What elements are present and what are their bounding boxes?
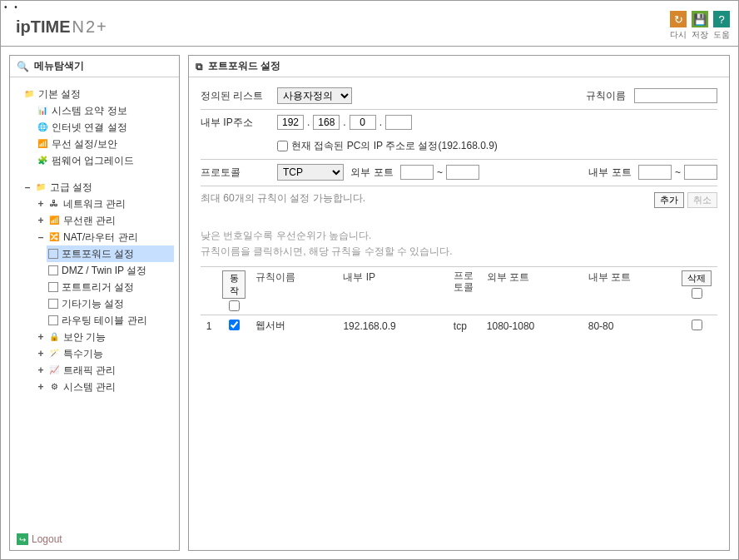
max-rules-hint: 최대 60개의 규칙이 설정 가능합니다.: [201, 191, 365, 206]
refresh-button[interactable]: ↻ 다시: [670, 11, 687, 41]
row-active-checkbox[interactable]: [229, 320, 240, 330]
row-rule-name[interactable]: 웹서버: [255, 320, 285, 331]
col-intip: 내부 IP: [338, 267, 448, 315]
ip-octet-2[interactable]: [313, 115, 340, 130]
rules-table: 동작 규칙이름 내부 IP 프로토콜 외부 포트 내부 포트: [201, 266, 717, 336]
copy-icon: ⧉: [196, 61, 203, 72]
nav-traffic[interactable]: 트래픽 관리: [63, 362, 116, 379]
intport-label: 내부 포트: [585, 166, 635, 180]
predef-label: 정의된 리스트: [201, 89, 277, 103]
main-header: ⧉ 포트포워드 설정: [189, 56, 729, 77]
chip-icon: 🧩: [37, 155, 48, 166]
nav-sysinfo[interactable]: 시스템 요약 정보: [52, 102, 127, 119]
help-label: 도움: [713, 29, 730, 41]
nav-tree: 📁기본 설정 📊시스템 요약 정보 🌐인터넷 연결 설정 📶무선 설정/보안 🧩…: [10, 77, 179, 528]
logout-label: Logout: [32, 533, 62, 545]
row-proto: tcp: [449, 315, 482, 337]
protocol-select[interactable]: TCP: [277, 164, 344, 181]
ip-octet-3[interactable]: [350, 115, 376, 130]
nav-wifi[interactable]: 무선 설정/보안: [52, 136, 117, 152]
rulename-label: 규칙이름: [581, 89, 631, 103]
intport-start-input[interactable]: [638, 165, 672, 180]
save-icon: 💾: [692, 11, 708, 27]
refresh-label: 다시: [670, 29, 687, 41]
nav-misc[interactable]: 기타기능 설정: [62, 295, 124, 312]
row-intport: 80-80: [583, 315, 676, 337]
main-panel: ⧉ 포트포워드 설정 정의된 리스트 사용자정의 규칙이름: [188, 55, 730, 551]
page-icon: [48, 299, 58, 309]
logo-sub: N2+: [72, 17, 108, 36]
folder-icon: 📁: [35, 181, 47, 193]
toggle-expand[interactable]: +: [37, 212, 45, 229]
ip-octet-1[interactable]: [277, 115, 304, 130]
refresh-icon: ↻: [670, 11, 687, 27]
nav-firmware[interactable]: 펌웨어 업그레이드: [52, 152, 134, 169]
save-button[interactable]: 💾 저장: [692, 11, 708, 41]
page-icon: [48, 315, 58, 325]
predef-select[interactable]: 사용자정의: [277, 87, 352, 104]
logo: ipTIMEN2+: [16, 17, 108, 37]
current-ip-checkbox[interactable]: [277, 141, 288, 151]
nav-special[interactable]: 특수기능: [63, 345, 103, 362]
network-icon: 🖧: [48, 198, 60, 210]
logout-icon: ↪: [17, 533, 28, 545]
ip-octet-4[interactable]: [385, 115, 412, 130]
extport-label: 외부 포트: [347, 166, 397, 180]
wifi-icon: 📶: [37, 138, 48, 150]
lock-icon: 🔒: [48, 331, 60, 343]
star-icon: 🪄: [48, 348, 60, 359]
nav-basic[interactable]: 기본 설정: [38, 86, 81, 102]
help-button[interactable]: ? 도움: [713, 11, 730, 41]
nav-routing[interactable]: 라우팅 테이블 관리: [62, 312, 147, 329]
select-all-delete-checkbox[interactable]: [692, 288, 702, 299]
nav-wlan[interactable]: 무선랜 관리: [63, 212, 116, 229]
toggle-collapse[interactable]: –: [23, 179, 32, 196]
toggle-expand[interactable]: +: [37, 329, 45, 345]
extport-start-input[interactable]: [400, 165, 434, 180]
nav-nat[interactable]: NAT/라우터 관리: [63, 229, 138, 245]
page-icon: [48, 282, 58, 292]
wifi-icon: 📶: [48, 215, 60, 226]
col-proto: 프로토콜: [449, 267, 482, 315]
page-icon: [48, 265, 58, 275]
globe-icon: 🌐: [37, 121, 48, 133]
row-extport: 1080-1080: [482, 315, 583, 337]
nav-security[interactable]: 보안 기능: [63, 329, 106, 345]
page-title: 포트포워드 설정: [208, 59, 280, 73]
top-actions: ↻ 다시 💾 저장 ? 도움: [670, 11, 730, 41]
row-intip: 192.168.0.9: [338, 315, 448, 337]
toggle-expand[interactable]: +: [37, 362, 45, 379]
logout-button[interactable]: ↪ Logout: [10, 528, 179, 550]
intport-end-input[interactable]: [684, 165, 717, 180]
row-delete-checkbox[interactable]: [692, 320, 702, 330]
sidebar-header: 🔍 메뉴탐색기: [10, 56, 179, 77]
dashboard-icon: 📊: [37, 105, 48, 116]
help-icon: ?: [713, 11, 730, 27]
page-icon: [48, 249, 58, 259]
toggle-expand[interactable]: +: [37, 196, 45, 212]
add-button[interactable]: 추가: [654, 192, 684, 208]
row-index: 1: [201, 315, 217, 337]
nav-network[interactable]: 네트워크 관리: [63, 196, 126, 212]
toggle-collapse[interactable]: –: [37, 229, 45, 245]
cancel-button[interactable]: 취소: [687, 192, 717, 208]
chart-icon: 📈: [48, 364, 60, 376]
bulk-delete-button[interactable]: 삭제: [682, 270, 712, 286]
nav-dmz[interactable]: DMZ / Twin IP 설정: [62, 262, 146, 279]
col-rulename: 규칙이름: [250, 267, 338, 315]
rule-name-input[interactable]: [634, 88, 717, 103]
nav-porttrigger[interactable]: 포트트리거 설정: [62, 279, 134, 295]
nav-portforward[interactable]: 포트포워드 설정: [62, 245, 134, 262]
select-all-action-checkbox[interactable]: [229, 300, 240, 311]
priority-hint: 낮은 번호일수록 우선순위가 높습니다.: [201, 228, 717, 244]
nav-system[interactable]: 시스템 관리: [63, 379, 116, 395]
bulk-action-button[interactable]: 동작: [222, 270, 246, 299]
nav-advanced[interactable]: 고급 설정: [50, 179, 92, 196]
edit-hint: 규칙이름을 클릭하시면, 해당 규칙을 수정할 수 있습니다.: [201, 244, 717, 260]
toggle-expand[interactable]: +: [37, 379, 45, 395]
nav-wan[interactable]: 인터넷 연결 설정: [52, 119, 127, 136]
toggle-expand[interactable]: +: [37, 345, 45, 362]
extport-end-input[interactable]: [446, 165, 479, 180]
intip-label: 내부 IP주소: [201, 116, 277, 130]
folder-icon: 📁: [23, 88, 35, 100]
